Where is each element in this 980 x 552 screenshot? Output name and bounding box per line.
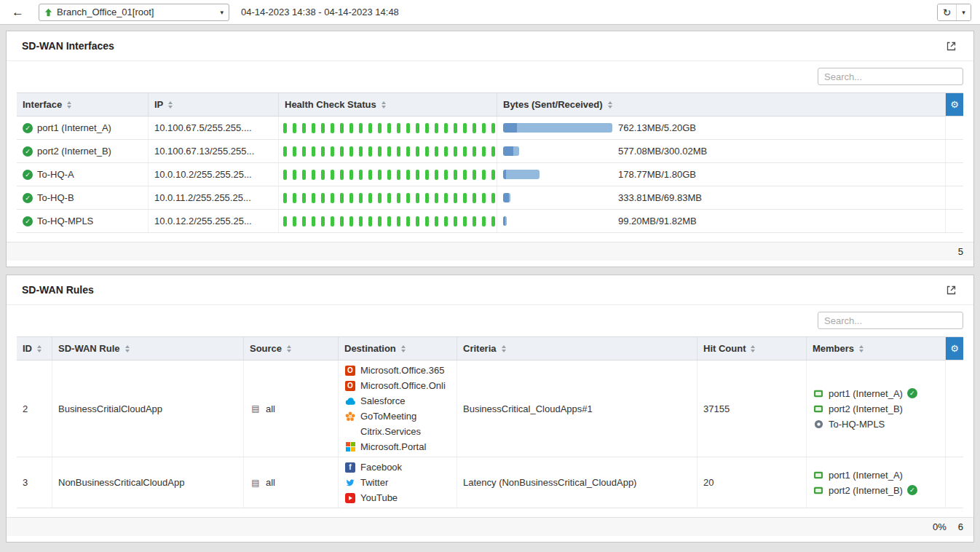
bytes-cell: 762.13MB/5.20GB <box>497 117 946 139</box>
health-bar <box>387 170 391 180</box>
health-bar <box>482 170 486 180</box>
health-bar <box>293 216 296 226</box>
interface-row[interactable]: ✓port2 (Internet_B)10.100.67.13/255.255.… <box>17 140 963 163</box>
rules-table-header: IDSD-WAN RuleSourceDestinationCriteriaHi… <box>17 336 963 360</box>
row-actions-cell <box>946 210 963 232</box>
column-header-criteria[interactable]: Criteria <box>457 337 698 360</box>
health-bar <box>283 123 287 133</box>
column-header-health-check-status[interactable]: Health Check Status <box>279 93 497 116</box>
column-label: Health Check Status <box>285 99 376 110</box>
row-actions-cell <box>946 163 963 186</box>
health-status-cell <box>279 210 497 232</box>
health-bar <box>331 123 334 133</box>
health-bar <box>293 123 296 133</box>
column-header-destination[interactable]: Destination <box>339 337 457 360</box>
back-button[interactable]: ← <box>9 5 27 20</box>
interfaces-search-input[interactable] <box>818 68 963 85</box>
external-link-icon <box>946 41 957 52</box>
health-bar <box>302 216 306 226</box>
column-header-interface[interactable]: Interface <box>17 93 149 116</box>
interface-row[interactable]: ✓To-HQ-MPLS10.0.12.2/255.255.25...99.20M… <box>17 210 963 233</box>
column-header-bytes-sent-received-[interactable]: Bytes (Sent/Received) <box>497 93 946 116</box>
health-bar <box>359 193 363 203</box>
column-header-sd-wan-rule[interactable]: SD-WAN Rule <box>52 337 244 360</box>
device-selector[interactable]: Branch_Office_01[root] ▾ <box>39 4 229 21</box>
health-bar <box>406 216 410 226</box>
column-settings-button[interactable]: ⚙ <box>946 337 963 360</box>
health-bar <box>397 146 400 157</box>
device-up-icon <box>44 8 52 17</box>
destination-label: Facebook <box>360 462 402 473</box>
health-bar <box>482 216 486 226</box>
health-bar <box>491 216 495 226</box>
rule-criteria-cell: Latency (NonBusinessCritical_CloudApp) <box>457 457 698 508</box>
microsoft-icon <box>344 441 356 452</box>
interface-name: To-HQ-MPLS <box>37 216 93 226</box>
rule-row[interactable]: 2BusinessCritialCloudApp▤allOMicrosoft.O… <box>17 360 963 457</box>
health-bar <box>349 193 353 203</box>
column-header-members[interactable]: Members <box>807 337 946 360</box>
refresh-button[interactable]: ↻ <box>938 4 956 20</box>
health-bar <box>302 170 306 180</box>
member-label: port2 (Internet_B) <box>829 403 903 414</box>
health-bar <box>387 193 391 203</box>
youtube-icon <box>344 492 356 503</box>
sort-icon <box>382 101 386 109</box>
column-label: Interface <box>23 99 62 110</box>
column-header-hit-count[interactable]: Hit Count <box>698 337 807 360</box>
health-bar <box>397 216 400 226</box>
rules-search-input[interactable] <box>818 312 963 329</box>
health-bar <box>463 123 467 133</box>
open-in-new-window-button[interactable] <box>944 283 958 297</box>
health-bar <box>463 146 467 157</box>
interface-cell: ✓port1 (Internet_A) <box>17 117 149 139</box>
health-bar <box>378 123 382 133</box>
destination-label: Citrix.Services <box>360 426 421 437</box>
bytes-bar <box>503 123 612 133</box>
interface-row[interactable]: ✓To-HQ-A10.0.10.2/255.255.25...178.77MB/… <box>17 163 963 186</box>
bytes-label: 762.13MB/5.20GB <box>618 122 696 133</box>
interface-row[interactable]: ✓port1 (Internet_A)10.100.67.5/255.255..… <box>17 117 963 140</box>
column-header-ip[interactable]: IP <box>149 93 279 116</box>
sort-icon <box>287 345 291 352</box>
status-up-icon: ✓ <box>23 123 33 133</box>
health-bar <box>359 216 363 226</box>
health-bar <box>312 193 315 203</box>
health-bar <box>331 216 334 226</box>
sdwan-interfaces-panel: SD-WAN Interfaces InterfaceIPHealth Chec… <box>6 31 974 267</box>
sort-icon <box>401 345 406 352</box>
health-bar <box>444 216 448 226</box>
interface-name: port2 (Internet_B) <box>37 146 111 157</box>
sort-icon <box>125 345 130 352</box>
bytes-cell: 577.08MB/300.02MB <box>497 140 946 162</box>
refresh-options-button[interactable]: ▾ <box>956 4 971 20</box>
sort-icon <box>608 101 612 109</box>
ip-cell: 10.100.67.5/255.255.... <box>149 117 279 139</box>
interface-name: To-HQ-B <box>37 192 74 203</box>
health-status-cell <box>279 140 497 162</box>
rule-row[interactable]: 3NonBusinessCriticalCloudApp▤allfFaceboo… <box>17 457 963 508</box>
health-bar <box>463 170 467 180</box>
health-bar <box>293 146 296 157</box>
bytes-bar-track <box>503 146 614 156</box>
status-up-icon: ✓ <box>23 216 33 226</box>
bytes-bar <box>503 146 519 156</box>
health-bar <box>368 146 372 157</box>
open-in-new-window-button[interactable] <box>944 39 958 53</box>
destination-label: Microsoft.Office.365 <box>360 365 444 376</box>
health-bar <box>463 216 467 226</box>
rules-panel-footer: 0% 6 <box>7 517 973 536</box>
health-bar <box>349 146 353 157</box>
destination-item: OMicrosoft.Office.Onli <box>344 379 446 393</box>
health-bar <box>406 193 410 203</box>
health-bar <box>425 193 429 203</box>
health-bar <box>283 216 287 226</box>
column-header-source[interactable]: Source <box>244 337 339 360</box>
interface-row[interactable]: ✓To-HQ-B10.0.11.2/255.255.25...333.81MB/… <box>17 186 963 210</box>
column-header-id[interactable]: ID <box>17 337 52 360</box>
sort-icon <box>67 101 71 109</box>
health-bar <box>463 193 467 203</box>
column-settings-button[interactable]: ⚙ <box>946 93 963 116</box>
source-label: all <box>266 477 275 488</box>
office365-icon: O <box>344 365 356 376</box>
